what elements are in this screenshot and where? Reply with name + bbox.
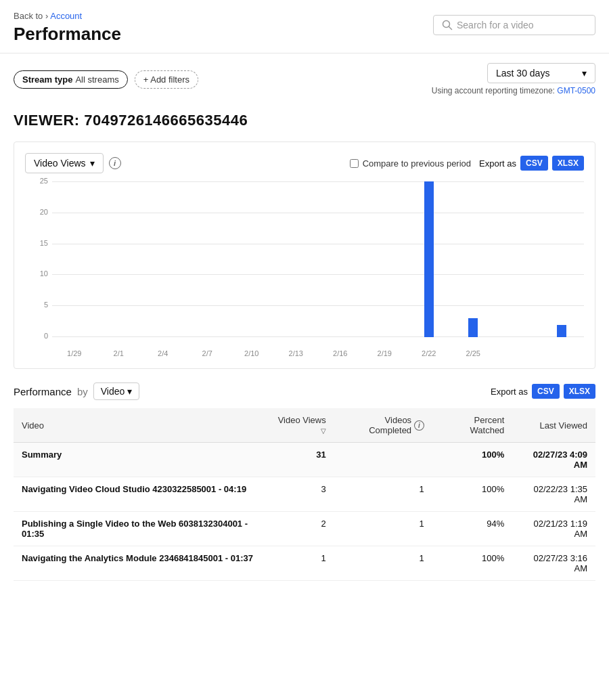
col-last-viewed: Last Viewed [512, 408, 595, 443]
search-icon [442, 20, 453, 30]
bar-group[interactable] [318, 181, 363, 337]
perf-by-dropdown[interactable]: Video ▾ [93, 382, 140, 400]
videos-completed: 1 [334, 546, 432, 581]
table-header: Video Video Views ▽ Videos Completed i P… [14, 408, 595, 443]
perf-title: Performance [14, 386, 72, 397]
filters-bar: Stream type All streams + Add filters La… [0, 53, 609, 105]
chart-controls-left: Video Views ▾ i [25, 153, 121, 173]
col-video-views[interactable]: Video Views ▽ [263, 408, 334, 443]
perf-header: Performance by Video ▾ Export as CSV XLS… [14, 382, 595, 400]
x-label: 2/13 [274, 349, 319, 357]
videos-completed: 1 [334, 477, 432, 512]
table-row: Navigating the Analytics Module 23468418… [14, 546, 595, 581]
x-axis: 1/292/12/42/72/102/132/162/192/222/25 [52, 349, 584, 357]
perf-export-csv[interactable]: CSV [532, 384, 560, 399]
bar-group[interactable] [407, 181, 451, 337]
perf-by-value: Video [101, 386, 125, 397]
header: Back to › Account Performance Search for… [0, 0, 609, 53]
col-video: Video [14, 408, 263, 443]
bar-group[interactable] [229, 181, 274, 337]
video-views: 1 [263, 546, 334, 581]
x-label: 2/22 [407, 349, 451, 357]
viewer-id: VIEWER: 7049726146665635446 [14, 112, 595, 129]
chart-export-xlsx[interactable]: XLSX [552, 156, 584, 171]
page-title: Performance [14, 24, 121, 45]
percent-watched: 100% [432, 477, 513, 512]
search-placeholder: Search for a video [457, 20, 534, 30]
bar-group[interactable] [540, 181, 585, 337]
header-right: Search for a video [433, 15, 595, 35]
table-row: Publishing a Single Video to the Web 603… [14, 512, 595, 546]
summary-label: Summary [14, 443, 263, 477]
x-label: 2/25 [451, 349, 496, 357]
x-label: 1/29 [52, 349, 97, 357]
last-viewed: 02/22/23 1:35 AM [512, 477, 595, 512]
x-label: 2/1 [97, 349, 141, 357]
bar-group[interactable] [274, 181, 319, 337]
breadcrumb-prefix: Back to [14, 11, 43, 21]
stream-type-filter[interactable]: Stream type All streams [14, 70, 128, 89]
summary-last-viewed: 02/27/23 4:09 AM [512, 443, 595, 477]
summary-views: 31 [263, 443, 334, 477]
videos-completed: 1 [334, 512, 432, 546]
chart-export-csv[interactable]: CSV [520, 156, 548, 171]
stream-type-value: All streams [75, 74, 118, 85]
svg-line-1 [449, 27, 452, 30]
metric-label: Video Views [34, 158, 86, 169]
bar-group[interactable] [141, 181, 185, 337]
compare-checkbox-label[interactable]: Compare to previous period [350, 158, 471, 169]
perf-export-group: Export as CSV XLSX [491, 384, 595, 399]
metric-chevron-icon: ▾ [90, 158, 95, 169]
bar-group[interactable] [451, 181, 496, 337]
bar [557, 325, 566, 337]
chart-export-group: Export as CSV XLSX [479, 156, 584, 171]
stream-type-key: Stream type [22, 74, 72, 85]
bar-group[interactable] [495, 181, 540, 337]
video-views: 3 [263, 477, 334, 512]
chart-section: Video Views ▾ i Compare to previous peri… [14, 141, 595, 369]
bars-area [52, 181, 584, 337]
breadcrumb: Back to › Account [14, 11, 121, 21]
videos-completed-info-icon[interactable]: i [414, 420, 424, 431]
perf-title-row: Performance by Video ▾ [14, 382, 139, 400]
bar-group[interactable] [185, 181, 230, 337]
video-title: Publishing a Single Video to the Web 603… [14, 512, 263, 546]
add-filters-button[interactable]: + Add filters [135, 70, 198, 89]
compare-checkbox[interactable] [350, 159, 359, 168]
metric-dropdown[interactable]: Video Views ▾ [25, 153, 104, 173]
chart-controls-right: Compare to previous period Export as CSV… [350, 156, 584, 171]
video-views: 2 [263, 512, 334, 546]
video-title: Navigating the Analytics Module 23468418… [14, 546, 263, 581]
sort-icon: ▽ [321, 427, 326, 435]
chart-export-label: Export as [479, 158, 516, 169]
last-viewed: 02/27/23 3:16 AM [512, 546, 595, 581]
bar-group[interactable] [97, 181, 141, 337]
bar-chart: 2520151050 1/292/12/42/72/102/132/162/19… [25, 181, 584, 357]
table-row: Navigating Video Cloud Studio 4230322585… [14, 477, 595, 512]
bar [424, 181, 434, 337]
bar-group[interactable] [52, 181, 97, 337]
filters-left: Stream type All streams + Add filters [14, 70, 198, 89]
search-box[interactable]: Search for a video [433, 15, 595, 35]
col-percent-watched: Percent Watched [432, 408, 513, 443]
perf-by-chevron-icon: ▾ [127, 386, 132, 397]
date-range-dropdown[interactable]: Last 30 days ▾ [487, 63, 595, 83]
timezone-link[interactable]: GMT-0500 [557, 86, 595, 95]
performance-table: Video Video Views ▽ Videos Completed i P… [14, 408, 595, 581]
bar-group[interactable] [363, 181, 407, 337]
x-label [540, 349, 585, 357]
breadcrumb-link[interactable]: Account [50, 11, 82, 21]
perf-by: by [77, 386, 88, 397]
percent-watched: 100% [432, 546, 513, 581]
x-label: 2/19 [363, 349, 407, 357]
chart-controls: Video Views ▾ i Compare to previous peri… [25, 153, 584, 173]
metric-info-icon[interactable]: i [109, 157, 121, 169]
last-viewed: 02/21/23 1:19 AM [512, 512, 595, 546]
filters-right: Last 30 days ▾ Using account reporting t… [432, 63, 595, 95]
perf-export-xlsx[interactable]: XLSX [564, 384, 595, 399]
header-left: Back to › Account Performance [14, 11, 121, 45]
viewer-section: VIEWER: 7049726146665635446 [0, 105, 609, 141]
col-videos-completed: Videos Completed i [334, 408, 432, 443]
perf-export-label: Export as [491, 387, 528, 397]
x-label [495, 349, 540, 357]
